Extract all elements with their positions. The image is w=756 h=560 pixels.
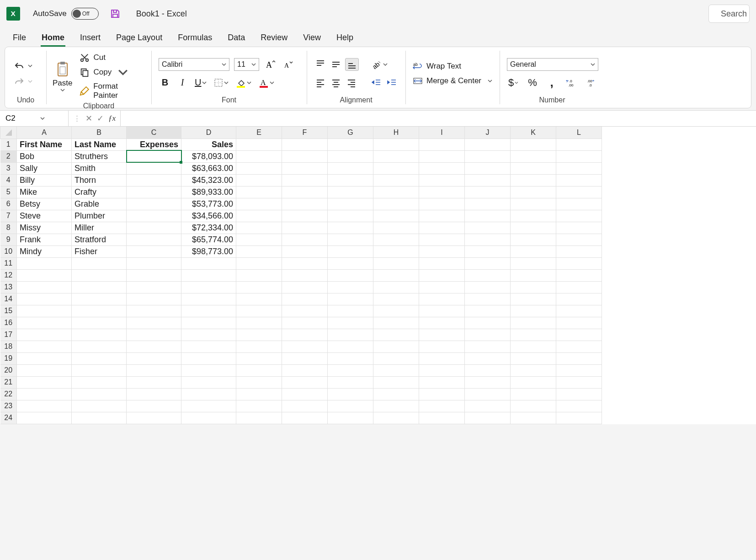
cell[interactable] <box>556 388 602 400</box>
cell[interactable] <box>373 162 419 174</box>
cell[interactable] <box>282 329 328 341</box>
cell[interactable] <box>511 234 556 245</box>
cell[interactable] <box>465 352 511 364</box>
cell[interactable] <box>511 139 556 150</box>
cell[interactable] <box>465 364 511 376</box>
cell[interactable] <box>236 162 282 174</box>
cell[interactable] <box>556 376 602 388</box>
cell[interactable] <box>236 388 282 400</box>
cell[interactable] <box>328 317 373 329</box>
cell[interactable] <box>419 281 465 293</box>
cell[interactable]: $63,663.00 <box>181 162 236 174</box>
cell[interactable] <box>556 293 602 305</box>
cell[interactable] <box>282 269 328 281</box>
row-header[interactable]: 3 <box>0 162 17 174</box>
search-input[interactable]: Search <box>708 5 750 23</box>
cell[interactable] <box>282 364 328 376</box>
col-header-L[interactable]: L <box>556 127 602 139</box>
cell[interactable] <box>181 317 236 329</box>
cell[interactable] <box>328 341 373 352</box>
row-header[interactable]: 16 <box>0 317 17 329</box>
increase-decimal-button[interactable]: .0.00 <box>564 76 578 89</box>
cell[interactable]: $34,566.00 <box>181 210 236 222</box>
cell[interactable] <box>373 222 419 234</box>
cell[interactable] <box>419 293 465 305</box>
increase-indent-button[interactable] <box>385 76 398 89</box>
cell[interactable]: Sally <box>17 162 72 174</box>
cell[interactable] <box>72 352 127 364</box>
cell[interactable] <box>373 234 419 245</box>
cell[interactable] <box>127 400 181 412</box>
font-size-combo[interactable]: 11 <box>234 58 259 71</box>
cell[interactable] <box>236 293 282 305</box>
cell[interactable] <box>181 364 236 376</box>
cell[interactable] <box>282 186 328 198</box>
cell[interactable] <box>72 305 127 317</box>
cell[interactable] <box>17 269 72 281</box>
cell[interactable] <box>465 234 511 245</box>
cell[interactable] <box>17 341 72 352</box>
cell[interactable]: Last Name <box>72 139 127 150</box>
cell[interactable] <box>419 317 465 329</box>
cell[interactable] <box>282 245 328 257</box>
cell[interactable] <box>127 198 181 210</box>
cell[interactable] <box>465 305 511 317</box>
row-header[interactable]: 15 <box>0 305 17 317</box>
cell[interactable]: Plumber <box>72 210 127 222</box>
name-box-input[interactable] <box>5 113 37 123</box>
cell[interactable] <box>373 281 419 293</box>
cell[interactable] <box>556 150 602 162</box>
format-painter-button[interactable]: Format Painter <box>79 81 145 101</box>
cell[interactable] <box>556 317 602 329</box>
cell[interactable] <box>465 198 511 210</box>
cell[interactable] <box>236 234 282 245</box>
cell[interactable] <box>236 364 282 376</box>
save-icon[interactable] <box>110 8 121 19</box>
cell[interactable]: $98,773.00 <box>181 245 236 257</box>
cell[interactable] <box>511 257 556 269</box>
cell[interactable] <box>419 352 465 364</box>
cell[interactable] <box>419 305 465 317</box>
cell[interactable] <box>236 341 282 352</box>
row-header[interactable]: 23 <box>0 400 17 412</box>
cell[interactable] <box>511 376 556 388</box>
cell[interactable] <box>419 150 465 162</box>
cell[interactable] <box>17 305 72 317</box>
cell[interactable] <box>282 376 328 388</box>
cell[interactable] <box>419 257 465 269</box>
tab-data[interactable]: Data <box>227 30 246 47</box>
align-center-button[interactable] <box>330 76 342 89</box>
cell[interactable] <box>511 388 556 400</box>
cell[interactable] <box>556 281 602 293</box>
cell[interactable] <box>127 329 181 341</box>
cell[interactable] <box>181 412 236 424</box>
cell[interactable] <box>181 293 236 305</box>
cell[interactable] <box>373 174 419 186</box>
cell[interactable] <box>328 329 373 341</box>
merge-center-button[interactable]: Merge & Center <box>413 76 492 86</box>
cell[interactable] <box>236 412 282 424</box>
cell[interactable] <box>282 317 328 329</box>
cell[interactable] <box>465 245 511 257</box>
col-header-D[interactable]: D <box>181 127 236 139</box>
cell[interactable]: Betsy <box>17 198 72 210</box>
cell[interactable]: $72,334.00 <box>181 222 236 234</box>
cell[interactable] <box>419 341 465 352</box>
cell[interactable] <box>282 174 328 186</box>
cell[interactable] <box>282 293 328 305</box>
row-header[interactable]: 5 <box>0 186 17 198</box>
cell[interactable] <box>72 257 127 269</box>
cell[interactable] <box>328 139 373 150</box>
cell[interactable]: $45,323.00 <box>181 174 236 186</box>
cell[interactable] <box>127 222 181 234</box>
cell[interactable]: Crafty <box>72 186 127 198</box>
cell[interactable] <box>236 257 282 269</box>
cell[interactable] <box>236 400 282 412</box>
cell[interactable] <box>127 257 181 269</box>
cell[interactable] <box>373 305 419 317</box>
cell[interactable]: Mike <box>17 186 72 198</box>
cell[interactable] <box>236 305 282 317</box>
cell[interactable] <box>511 329 556 341</box>
cell[interactable] <box>419 174 465 186</box>
cell[interactable] <box>556 412 602 424</box>
